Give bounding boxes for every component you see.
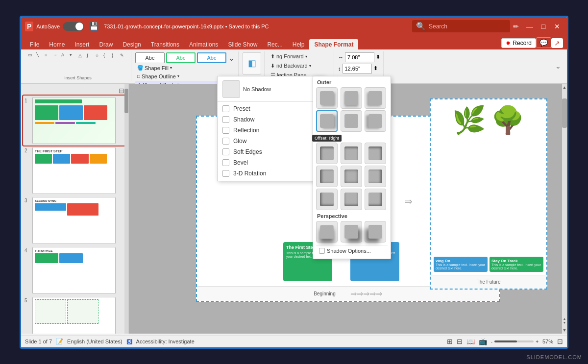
shape-line-icon[interactable]: ╲: [36, 52, 44, 57]
sb-dropdown-arrow[interactable]: ▾: [309, 64, 311, 68]
inner-cell-6[interactable]: [365, 166, 386, 187]
shape-curve-icon[interactable]: ∫: [87, 53, 95, 58]
tab-transitions[interactable]: Transitions: [146, 39, 184, 49]
autosave-toggle[interactable]: Off: [63, 22, 84, 31]
no-shadow-option[interactable]: No Shadow: [218, 78, 324, 100]
search-input[interactable]: [429, 23, 497, 30]
tab-insert[interactable]: Insert: [70, 39, 94, 49]
tab-record[interactable]: Rec...: [262, 39, 287, 49]
maximize-button[interactable]: □: [538, 21, 549, 32]
zoom-in-icon[interactable]: +: [536, 339, 539, 344]
style-preset-1[interactable]: Abc: [135, 52, 165, 63]
shape-text-icon[interactable]: A: [61, 52, 69, 57]
comment-button[interactable]: 💬: [536, 37, 551, 48]
shape-fill-button[interactable]: 🪣 Shape Fill ▾: [135, 64, 235, 72]
fill-dropdown-arrow[interactable]: ▾: [170, 66, 172, 70]
style-preset-3[interactable]: Abc: [197, 52, 226, 63]
outer-cell-1[interactable]: [316, 87, 338, 109]
menu-soft-edges[interactable]: Soft Edges ▶: [218, 146, 324, 157]
send-backward-button[interactable]: ⬇ nd Backward ▾: [269, 62, 331, 70]
tab-help[interactable]: Help: [288, 39, 310, 49]
tab-slideshow[interactable]: Slide Show: [223, 39, 262, 49]
menu-3d-rotation[interactable]: 3-D Rotation ▶: [218, 168, 324, 179]
styles-scroll-icon[interactable]: ⌄: [228, 52, 235, 63]
menu-bevel[interactable]: Bevel ▶: [218, 157, 324, 168]
slide-item[interactable]: 4 THIRD PAGE: [23, 245, 126, 295]
shape-circle-icon[interactable]: ○: [45, 52, 52, 57]
inner-cell-7[interactable]: [316, 189, 338, 210]
expand-button[interactable]: ⌄: [555, 51, 563, 81]
scroll-arrow-down[interactable]: ▼: [563, 321, 566, 324]
persp-cell-3[interactable]: [365, 221, 386, 243]
tab-design[interactable]: Design: [118, 39, 146, 49]
bring-forward-button[interactable]: ⬆ ng Forward ▾: [269, 52, 331, 61]
shape-brace-icon[interactable]: }: [112, 53, 120, 58]
accessibility-label[interactable]: Accessibility: Investigate: [136, 339, 195, 344]
shape-edit-icon[interactable]: ✎: [120, 53, 128, 58]
reading-view-icon[interactable]: 📖: [466, 338, 475, 345]
inner-cell-5[interactable]: [341, 166, 362, 187]
share-button[interactable]: ↗: [551, 38, 563, 48]
tab-file[interactable]: File: [25, 39, 44, 49]
inner-cell-2[interactable]: [341, 143, 362, 164]
persp-cell-1[interactable]: [316, 221, 338, 243]
menu-reflection[interactable]: Reflection ▶: [218, 125, 324, 136]
outer-cell-2[interactable]: [341, 87, 362, 109]
shape-bracket-icon[interactable]: {: [103, 53, 111, 58]
inner-cell-9[interactable]: [365, 189, 386, 210]
inner-cell-8[interactable]: [341, 189, 362, 210]
tab-animations[interactable]: Animations: [184, 39, 223, 49]
shape-tri-icon[interactable]: △: [78, 53, 86, 58]
outer-cell-6[interactable]: [365, 110, 386, 132]
save-icon[interactable]: 💾: [89, 22, 99, 31]
slide-item[interactable]: 3 SECOND SYNC: [23, 195, 126, 245]
height-input[interactable]: [343, 64, 372, 73]
tab-draw[interactable]: Draw: [94, 39, 118, 49]
close-button[interactable]: ✕: [551, 21, 563, 32]
normal-view-icon[interactable]: ⊞: [447, 338, 453, 345]
shape-arrow-icon[interactable]: →: [53, 52, 61, 57]
outer-cell-3[interactable]: [365, 87, 386, 109]
scroll-arrow-up[interactable]: ▲: [563, 317, 566, 320]
slide-item[interactable]: 2 THE FIRST STEP: [23, 146, 126, 195]
bf-dropdown-arrow[interactable]: ▾: [305, 54, 307, 59]
menu-shadow[interactable]: Shadow ▶: [218, 114, 324, 125]
shape-more-icon[interactable]: ▾: [70, 52, 77, 57]
pen-icon[interactable]: ✏: [513, 23, 519, 30]
shadow-options-row[interactable]: Shadow Options...: [316, 245, 388, 256]
menu-glow[interactable]: Glow ▶: [218, 136, 324, 146]
scroll-up-btn[interactable]: ▲: [562, 84, 567, 90]
inner-cell-1[interactable]: [316, 143, 338, 164]
outline-dropdown-arrow[interactable]: ▾: [177, 74, 179, 78]
outer-cell-4[interactable]: Offset: Right: [316, 110, 338, 132]
slide-item[interactable]: 1: [23, 96, 126, 146]
shape-star-icon[interactable]: ☆: [95, 53, 103, 58]
record-button[interactable]: ⏺ Record: [501, 38, 536, 48]
width-input[interactable]: [345, 52, 374, 62]
tab-home[interactable]: Home: [44, 39, 70, 49]
slide-sorter-icon[interactable]: ⊟: [457, 338, 463, 345]
inner-cell-3[interactable]: [365, 143, 386, 164]
style-preset-2[interactable]: Abc: [166, 52, 196, 63]
inner-cell-4[interactable]: [316, 166, 338, 187]
shape-rect-icon[interactable]: ▭: [28, 52, 36, 57]
slides-collapse-btn[interactable]: ⊟: [23, 86, 126, 96]
width-stepper[interactable]: ⬍: [376, 54, 380, 60]
shadow-options-checkbox[interactable]: [319, 248, 325, 254]
presenter-view-icon[interactable]: 📺: [479, 338, 487, 345]
scroll-down-btn[interactable]: ▼: [562, 327, 567, 333]
notes-icon[interactable]: 📝: [56, 338, 63, 345]
slides-scrollbar: [124, 84, 128, 334]
search-box[interactable]: 🔍: [412, 20, 510, 32]
menu-soft-edges-left: Soft Edges: [222, 148, 262, 155]
fit-screen-icon[interactable]: ⊡: [557, 338, 563, 345]
slide-item[interactable]: 5: [23, 295, 126, 334]
zoom-out-icon[interactable]: -: [491, 339, 492, 344]
height-stepper[interactable]: ⬍: [373, 65, 378, 72]
zoom-slider[interactable]: [494, 340, 534, 342]
persp-cell-2[interactable]: [341, 221, 362, 243]
menu-preset[interactable]: Preset ▶: [218, 103, 324, 114]
tab-shape-format[interactable]: Shape Format: [309, 39, 358, 49]
outer-cell-5[interactable]: [341, 110, 362, 132]
minimize-button[interactable]: —: [524, 21, 536, 32]
